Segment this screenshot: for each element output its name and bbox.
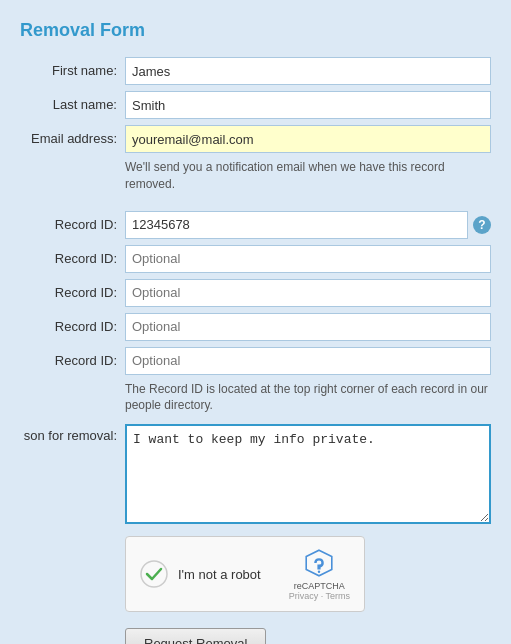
record-id-row-5: Record ID: [20, 347, 491, 375]
record-id-input-3[interactable] [125, 279, 491, 307]
captcha-checkmark-icon [140, 560, 168, 588]
record-id-row-2: Record ID: [20, 245, 491, 273]
question-mark: ? [478, 218, 485, 232]
first-name-input[interactable] [125, 57, 491, 85]
record-id-row-3: Record ID: [20, 279, 491, 307]
record-input-wrap-2 [125, 245, 491, 273]
captcha-links: Privacy · Terms [289, 591, 350, 601]
first-name-row: First name: [20, 57, 491, 85]
submit-button[interactable]: Request Removal [125, 628, 266, 644]
record-input-wrap-3 [125, 279, 491, 307]
record-id-input-2[interactable] [125, 245, 491, 273]
recaptcha-logo-icon [303, 547, 335, 579]
email-hint: We'll send you a notification email when… [125, 159, 491, 193]
captcha-left: I'm not a robot [140, 560, 261, 588]
last-name-label: Last name: [20, 96, 125, 114]
record-input-wrap-5 [125, 347, 491, 375]
record-id-hint: The Record ID is located at the top righ… [125, 381, 491, 415]
captcha-label: I'm not a robot [178, 567, 261, 582]
record-id-input-5[interactable] [125, 347, 491, 375]
record-id-input-1[interactable] [125, 211, 468, 239]
reason-label: son for removal: [20, 424, 125, 443]
first-name-label: First name: [20, 62, 125, 80]
email-label: Email address: [20, 130, 125, 148]
help-icon[interactable]: ? [473, 216, 491, 234]
reason-textarea[interactable]: I want to keep my info private. [125, 424, 491, 524]
removal-form: Removal Form First name: Last name: Emai… [20, 20, 491, 644]
captcha-container[interactable]: I'm not a robot reCAPTCHA Privacy · Term… [125, 536, 365, 612]
record-id-input-4[interactable] [125, 313, 491, 341]
record-id-row-1: Record ID: ? [20, 211, 491, 239]
last-name-row: Last name: [20, 91, 491, 119]
captcha-checkbox[interactable] [140, 560, 168, 588]
reason-row: son for removal: I want to keep my info … [20, 424, 491, 524]
record-id-label-3: Record ID: [20, 284, 125, 302]
captcha-brand: reCAPTCHA [294, 581, 345, 591]
record-id-label-2: Record ID: [20, 250, 125, 268]
form-title: Removal Form [20, 20, 491, 41]
record-input-wrap-4 [125, 313, 491, 341]
svg-point-0 [141, 561, 167, 587]
email-row: Email address: [20, 125, 491, 153]
record-id-label-1: Record ID: [20, 216, 125, 234]
email-input[interactable] [125, 125, 491, 153]
captcha-right: reCAPTCHA Privacy · Terms [289, 547, 350, 601]
record-id-label-4: Record ID: [20, 318, 125, 336]
record-id-row-4: Record ID: [20, 313, 491, 341]
last-name-input[interactable] [125, 91, 491, 119]
record-id-label-5: Record ID: [20, 352, 125, 370]
svg-point-1 [318, 571, 320, 573]
submit-row: Request Removal [125, 628, 491, 644]
record-input-wrap-1: ? [125, 211, 491, 239]
